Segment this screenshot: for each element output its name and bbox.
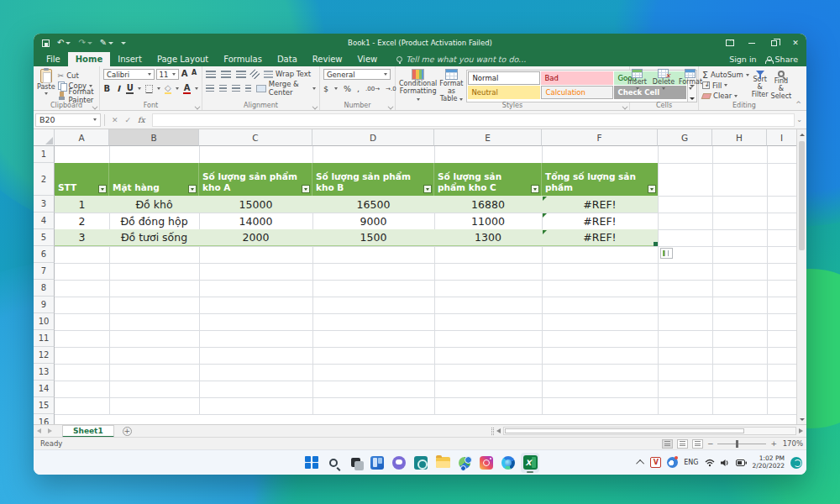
fill-button[interactable]: Fill (702, 81, 749, 91)
sort-filter-button[interactable]: Sort &Filter (752, 69, 769, 101)
horizontal-scrollbar[interactable] (491, 427, 803, 435)
italic-button[interactable]: I (115, 84, 123, 93)
row-header-11[interactable]: 11 (34, 330, 55, 347)
tray-overflow-icon[interactable] (636, 459, 644, 468)
cell-d4[interactable]: 9000 (312, 213, 434, 229)
cell-b4[interactable]: Đồ đóng hộp (109, 213, 199, 229)
bold-button[interactable]: B (103, 84, 111, 93)
number-format-combo[interactable]: General (323, 69, 391, 80)
cell-c3[interactable]: 15000 (199, 196, 312, 213)
table-header-mat-hang[interactable]: Mặt hàng (109, 163, 199, 196)
style-normal[interactable]: Normal (468, 71, 540, 85)
delete-cells-button[interactable]: Delete (654, 69, 674, 101)
conditional-formatting-button[interactable]: ConditionalFormatting (399, 69, 437, 102)
scroll-down-button[interactable] (797, 414, 806, 424)
scroll-left-icon[interactable] (496, 428, 501, 433)
align-right-icon[interactable] (232, 85, 240, 92)
tray-v-app-icon[interactable]: V (650, 457, 661, 468)
row-header-14[interactable]: 14 (34, 381, 55, 397)
decrease-decimal-button[interactable]: →.0 (386, 86, 396, 92)
scroll-up-button[interactable] (797, 129, 806, 139)
clear-button[interactable]: Clear (702, 91, 749, 101)
scroll-right-icon[interactable] (799, 428, 803, 433)
cell-f4[interactable]: #REF! (542, 213, 658, 229)
vertical-scroll-thumb[interactable] (799, 141, 805, 250)
paste-dropdown-icon[interactable] (45, 92, 48, 95)
row-header-10[interactable]: 10 (34, 313, 55, 330)
filter-button[interactable] (531, 185, 539, 193)
notification-badge-icon[interactable] (790, 457, 802, 469)
row-header-5[interactable]: 5 (34, 229, 55, 246)
start-button[interactable] (302, 453, 321, 473)
sheet-tab-sheet1[interactable]: Sheet1 (62, 425, 114, 438)
table-header-kho-b[interactable]: Số lượng sản phẩm kho B (312, 163, 434, 196)
cancel-entry-icon[interactable]: ✕ (108, 116, 122, 124)
table-resize-handle[interactable] (654, 242, 658, 246)
format-as-table-button[interactable]: Format asTable (439, 69, 463, 102)
cell-d5[interactable]: 1500 (312, 229, 434, 245)
formula-bar-expand-icon[interactable]: ⌄ (796, 116, 806, 123)
table-header-tong[interactable]: Tổng số lượng sản phầm (542, 163, 658, 196)
column-header-c[interactable]: C (199, 129, 312, 146)
volume-icon[interactable] (721, 459, 730, 467)
capture-app-button[interactable] (412, 453, 430, 473)
comma-style-button[interactable]: , (357, 84, 360, 93)
cell-e5[interactable]: 1300 (434, 229, 542, 245)
table-header-kho-c[interactable]: Số lượng sản phẩm kho C (434, 163, 542, 196)
shrink-font-button[interactable]: A (190, 69, 198, 80)
row-header-2[interactable]: 2 (34, 163, 55, 196)
row-header-13[interactable]: 13 (34, 364, 55, 381)
collapse-ribbon-icon[interactable]: ^ (795, 101, 801, 108)
previous-sheet-icon[interactable] (37, 428, 41, 433)
quick-analysis-button[interactable] (660, 248, 673, 259)
language-indicator[interactable]: ENG (684, 459, 698, 466)
row-header-12[interactable]: 12 (34, 347, 55, 364)
tab-review[interactable]: Review (305, 52, 350, 66)
insert-cells-button[interactable]: Insert (627, 69, 647, 101)
cell-a5[interactable]: 3 (55, 229, 109, 245)
underline-dropdown-icon[interactable] (138, 87, 141, 90)
format-cells-button[interactable]: Format (680, 69, 701, 101)
column-header-g[interactable]: G (658, 129, 712, 146)
page-layout-view-button[interactable] (677, 439, 688, 449)
excel-taskbar-button[interactable] (521, 453, 539, 473)
task-view-button[interactable] (346, 453, 365, 473)
next-sheet-icon[interactable] (48, 428, 52, 433)
column-header-b[interactable]: B (109, 129, 199, 146)
row-header-16[interactable]: 16 (34, 414, 55, 424)
enter-entry-icon[interactable]: ✓ (122, 116, 135, 124)
formula-input[interactable] (152, 113, 795, 127)
filter-button[interactable] (302, 185, 310, 193)
zoom-slider[interactable] (717, 444, 766, 444)
row-header-3[interactable]: 3 (34, 196, 55, 213)
merge-center-button[interactable]: Merge & Center (256, 83, 316, 93)
tray-remote-app-icon[interactable] (667, 457, 678, 468)
style-neutral[interactable]: Neutral (468, 86, 540, 99)
paste-button[interactable]: Paste (37, 69, 55, 101)
tell-me-box[interactable]: Tell me what you want to do... (396, 52, 526, 66)
tab-split-handle[interactable] (491, 428, 494, 435)
name-box[interactable]: B20 (35, 113, 101, 127)
format-painter-button[interactable]: Format Painter (58, 91, 96, 101)
filter-button[interactable] (648, 185, 656, 193)
cell-c4[interactable]: 14000 (199, 213, 312, 229)
row-header-8[interactable]: 8 (34, 280, 55, 297)
wrap-text-button[interactable]: Wrap Text (264, 69, 311, 79)
cell-e3[interactable]: 16880 (434, 196, 542, 213)
normal-view-button[interactable] (662, 439, 673, 449)
tab-file[interactable]: File (39, 52, 68, 66)
cell-f3[interactable]: #REF! (542, 196, 658, 213)
font-color-button[interactable]: A (183, 83, 191, 94)
row-header-1[interactable]: 1 (34, 146, 55, 163)
column-header-i[interactable]: I (767, 129, 796, 146)
cell-d3[interactable]: 16500 (312, 196, 434, 213)
filter-button[interactable] (98, 185, 107, 193)
row-header-6[interactable]: 6 (34, 246, 55, 263)
borders-dropdown-icon[interactable] (157, 87, 160, 90)
align-bottom-icon[interactable] (236, 71, 246, 78)
cell-a4[interactable]: 2 (55, 213, 109, 229)
row-header-4[interactable]: 4 (34, 213, 55, 229)
column-header-d[interactable]: D (312, 129, 434, 146)
chat-button[interactable] (390, 453, 408, 473)
row-header-9[interactable]: 9 (34, 297, 55, 313)
